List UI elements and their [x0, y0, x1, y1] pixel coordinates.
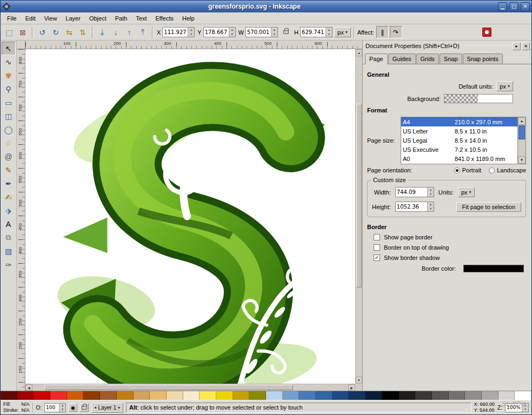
palette-swatch[interactable]: [299, 391, 316, 400]
connector-tool[interactable]: ⧉: [2, 231, 16, 244]
paint-bucket-tool[interactable]: ⬗: [2, 204, 16, 217]
palette-swatch[interactable]: [167, 391, 183, 400]
tweak-tool[interactable]: ✾: [2, 69, 16, 82]
scroll-left-icon[interactable]: ◀: [25, 384, 32, 391]
palette-swatch[interactable]: [83, 391, 100, 400]
node-tool[interactable]: ∿: [2, 55, 16, 69]
tab-guides[interactable]: Guides: [388, 53, 416, 64]
h-spinner[interactable]: ▲▼: [325, 28, 332, 37]
y-input[interactable]: [204, 28, 229, 37]
checkbox-show-border-shadow[interactable]: ✓: [374, 255, 380, 261]
palette-swatch[interactable]: [482, 391, 498, 400]
page-size-row[interactable]: US Executive7.2 x 10.5 in: [401, 145, 517, 154]
palette-swatch[interactable]: [349, 391, 365, 400]
portrait-radio[interactable]: [454, 168, 460, 173]
horizontal-scroll-thumb[interactable]: [44, 385, 293, 390]
palette-swatch[interactable]: [67, 391, 84, 400]
scroll-right-icon[interactable]: ▶: [348, 384, 355, 391]
opacity-spinner[interactable]: ▲▼: [59, 404, 65, 412]
opacity-input[interactable]: [45, 404, 59, 412]
fit-page-button[interactable]: Fit page to selection: [456, 202, 521, 212]
selector-tool[interactable]: ↖: [2, 42, 16, 55]
palette-swatch[interactable]: [465, 391, 482, 400]
canvas[interactable]: [25, 49, 355, 384]
palette-swatch[interactable]: [34, 391, 50, 400]
scroll-down-icon[interactable]: ▼: [518, 156, 526, 164]
h-input[interactable]: [301, 28, 325, 37]
canvas-horizontal-scrollbar[interactable]: ◀ ▶: [25, 384, 355, 391]
layer-visibility-toggle[interactable]: ◉: [69, 403, 77, 412]
custom-units-combo[interactable]: px ▾: [458, 187, 475, 197]
units-combo[interactable]: px▾: [334, 27, 351, 37]
width-input[interactable]: [396, 188, 427, 197]
checkbox-show-page-border[interactable]: [374, 234, 380, 240]
palette-swatch[interactable]: [515, 391, 531, 400]
layer-selector[interactable]: • Layer 1 ▾: [91, 403, 123, 413]
palette-swatch[interactable]: [17, 391, 34, 400]
fill-stroke-indicator[interactable]: Fill: N/A Stroke: N/A: [3, 401, 30, 414]
scroll-up-icon[interactable]: ▲: [356, 49, 362, 56]
palette-swatch[interactable]: [50, 391, 67, 400]
palette-swatch[interactable]: [117, 391, 134, 400]
height-spinner[interactable]: ▲▼: [427, 202, 434, 211]
palette-swatch[interactable]: [266, 391, 283, 400]
palette-swatch[interactable]: [332, 391, 349, 400]
menu-path[interactable]: Path: [111, 14, 132, 23]
menu-edit[interactable]: Edit: [21, 14, 40, 23]
menu-help[interactable]: Help: [178, 14, 199, 23]
palette-swatch[interactable]: [100, 391, 117, 400]
scroll-down-icon[interactable]: ▼: [356, 377, 362, 384]
lock-ratio-toggle[interactable]: [280, 26, 292, 39]
rectangle-tool[interactable]: ▭: [2, 96, 16, 109]
page-size-scrollbar[interactable]: ▲ ▼: [518, 117, 526, 164]
list-scroll-thumb[interactable]: [518, 125, 525, 139]
pen-tool[interactable]: ✒: [2, 177, 16, 190]
palette-swatch[interactable]: [216, 391, 233, 400]
gradient-tool[interactable]: ▧: [2, 244, 16, 258]
default-units-combo[interactable]: px ▾: [496, 81, 513, 91]
rotate-ccw-icon[interactable]: ↺: [36, 26, 49, 39]
minimize-button[interactable]: ▁: [498, 2, 507, 11]
page-size-row[interactable]: US Legal8.5 x 14.0 in: [401, 136, 517, 145]
menu-file[interactable]: File: [3, 14, 21, 23]
tab-page[interactable]: Page: [365, 53, 388, 64]
text-tool[interactable]: A: [2, 217, 16, 231]
ellipse-tool[interactable]: ◯: [2, 123, 16, 136]
canvas-vertical-scrollbar[interactable]: ▲ ▼: [355, 49, 362, 384]
vertical-scroll-thumb[interactable]: [356, 104, 362, 287]
palette-swatch[interactable]: [134, 391, 150, 400]
close-button[interactable]: ✕: [521, 2, 530, 11]
w-input[interactable]: [246, 28, 271, 37]
w-spinner[interactable]: ▲▼: [271, 28, 277, 37]
calligraphy-tool[interactable]: ✍: [2, 190, 16, 204]
background-color-button[interactable]: [444, 94, 513, 103]
lower-to-bottom-icon[interactable]: ⤓: [96, 26, 109, 39]
border-color-button[interactable]: [463, 265, 524, 272]
palette-swatch[interactable]: [200, 391, 216, 400]
scroll-up-icon[interactable]: ▲: [518, 117, 526, 125]
page-size-row[interactable]: A0841.0 x 1189.0 mm: [401, 154, 517, 163]
menu-view[interactable]: View: [40, 14, 62, 23]
panel-collapse-button[interactable]: ▸: [513, 42, 521, 50]
palette-swatch[interactable]: [432, 391, 449, 400]
zoom-tool[interactable]: ⚲: [2, 82, 16, 96]
palette-swatch[interactable]: [449, 391, 466, 400]
palette-swatch[interactable]: [183, 391, 200, 400]
tab-snap-points[interactable]: Snap points: [463, 53, 503, 64]
select-all-icon[interactable]: ⬚: [3, 26, 16, 39]
palette-swatch[interactable]: [283, 391, 300, 400]
tab-snap[interactable]: Snap: [440, 53, 462, 64]
deselect-icon[interactable]: ⊠: [16, 26, 29, 39]
rotate-cw-icon[interactable]: ↻: [49, 26, 62, 39]
lower-icon[interactable]: ↓: [109, 26, 122, 39]
y-spinner[interactable]: ▲▼: [229, 28, 235, 37]
palette-swatch[interactable]: [1, 391, 17, 400]
flip-horizontal-icon[interactable]: ⇆: [63, 26, 76, 39]
palette-swatch[interactable]: [249, 391, 266, 400]
menu-object[interactable]: Object: [85, 14, 111, 23]
palette-swatch[interactable]: [365, 391, 382, 400]
layer-lock-toggle[interactable]: [80, 403, 89, 412]
dropper-tool[interactable]: ✑: [2, 258, 16, 271]
x-spinner[interactable]: ▲▼: [188, 28, 194, 37]
star-tool[interactable]: ☆: [2, 136, 16, 150]
